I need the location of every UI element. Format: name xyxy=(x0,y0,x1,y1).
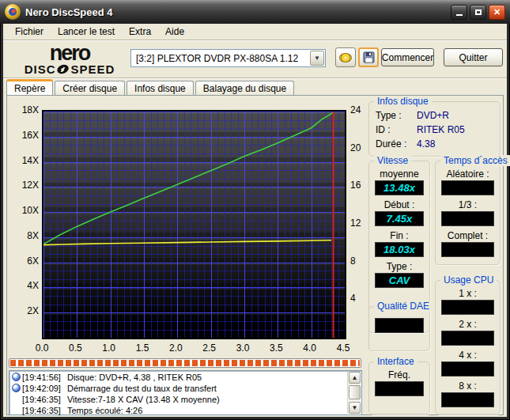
group-title-infos-disque: Infos disque xyxy=(374,96,432,107)
log-event-icon xyxy=(12,373,21,381)
log-row: [19:41:56] Disque: DVD+R, 4.38 , RITEK R… xyxy=(9,372,361,382)
cpu-4x-value xyxy=(441,361,494,376)
group-title-usage-cpu: Usage CPU xyxy=(440,274,497,286)
speed-end-label: Fin : xyxy=(369,230,429,241)
log-time: [19:42:09] xyxy=(22,384,61,393)
drive-select-value: [3:2] PLEXTOR DVDR PX-880SA 1.12 xyxy=(131,53,310,64)
tab-strip: Repère Créer disque Infos disque Balayag… xyxy=(6,79,504,95)
log-text: Démarrage du test du taux de transfert xyxy=(67,384,217,393)
tab-creer-disque[interactable]: Créer disque xyxy=(55,81,125,95)
tab-balayage-du-disque[interactable]: Balayage du disque xyxy=(195,81,294,95)
access-random-value xyxy=(441,180,494,195)
scrollbar-thumb[interactable] xyxy=(349,385,361,399)
log-event-icon xyxy=(12,384,21,392)
cpu-1x-label: 1 x : xyxy=(436,288,500,299)
cpu-4x-label: 4 x : xyxy=(436,350,500,361)
cpu-1x-value xyxy=(441,300,494,315)
access-full-label: Complet : xyxy=(436,230,500,241)
menu-lancer-le-test[interactable]: Lancer le test xyxy=(51,25,122,39)
drive-select[interactable]: [3:2] PLEXTOR DVDR PX-880SA 1.12 ▼ xyxy=(130,49,326,67)
app-icon xyxy=(5,4,21,20)
disc-type-label: Type : xyxy=(376,110,417,121)
group-title-temps-acces: Temps d´accès xyxy=(440,155,510,166)
access-third-value xyxy=(441,211,494,226)
chevron-down-icon[interactable]: ▼ xyxy=(310,51,324,66)
save-button[interactable] xyxy=(358,47,379,67)
disc-type-value: DVD+R xyxy=(417,110,449,121)
access-third-label: 1/3 : xyxy=(436,199,500,210)
title-bar[interactable]: Nero DiscSpeed 4 ✕ xyxy=(0,0,510,24)
window-title: Nero DiscSpeed 4 xyxy=(25,6,448,18)
cpu-8x-value xyxy=(441,392,494,407)
menu-bar: Fichier Lancer le test Extra Aide xyxy=(3,24,507,40)
progress-bar xyxy=(9,358,361,368)
log-row: [19:42:09] Démarrage du test du taux de … xyxy=(9,383,361,393)
speed-type-label: Type : xyxy=(369,261,429,272)
interface-freq-value xyxy=(375,381,424,396)
cpu-2x-label: 2 x : xyxy=(436,319,500,330)
log-time: [19:41:56] xyxy=(22,373,61,382)
speed-start-value: 7.45x xyxy=(375,211,424,226)
close-button[interactable]: ✕ xyxy=(489,5,505,20)
log-time: [19:46:35] xyxy=(22,406,61,415)
chart-plot xyxy=(42,110,346,339)
log-row: [19:46:35] Vitesse:7-18 X CAV (13.48 X m… xyxy=(9,394,361,404)
minimize-button[interactable] xyxy=(451,5,467,20)
nero-discspeed-logo: nero DISC SPEED xyxy=(14,44,125,76)
cd-icon xyxy=(339,53,352,62)
log-time: [19:46:35] xyxy=(22,395,61,404)
log-scrollbar[interactable]: ▲ ▼ xyxy=(347,372,361,414)
transfer-rate-chart: 18X16X14X12X10X8X6X4X2X 2420161284 0.00.… xyxy=(7,96,371,357)
window-body: Fichier Lancer le test Extra Aide nero D… xyxy=(3,24,507,417)
floppy-save-icon xyxy=(363,51,375,63)
status-log: [19:41:56] Disque: DVD+R, 4.38 , RITEK R… xyxy=(9,370,362,415)
interface-freq-label: Fréq. xyxy=(369,369,429,380)
group-qualite-dae: Qualité DAE xyxy=(368,306,430,351)
start-button[interactable]: Commencer xyxy=(381,48,434,66)
group-title-qualite-dae: Qualité DAE xyxy=(374,301,433,312)
tab-repere[interactable]: Repère xyxy=(6,79,53,95)
group-title-vitesse: Vitesse xyxy=(374,155,411,166)
quit-button[interactable]: Quitter xyxy=(444,48,503,66)
scroll-up-icon[interactable]: ▲ xyxy=(349,372,361,384)
progress-bar-fill xyxy=(10,360,360,366)
series-rotation-speed xyxy=(43,240,331,245)
group-infos-disque: Infos disque Type :DVD+R ID :RITEK R05 D… xyxy=(368,101,501,157)
speed-average-label: moyenne xyxy=(369,168,429,180)
speed-start-label: Début : xyxy=(369,199,429,210)
cpu-8x-label: 8 x : xyxy=(436,380,500,392)
log-row: [19:46:35] Temps écoulé: 4:26 xyxy=(9,405,361,415)
menu-fichier[interactable]: Fichier xyxy=(8,25,51,39)
speed-end-value: 18.03x xyxy=(375,242,424,257)
access-full-value xyxy=(441,242,494,257)
disc-duree-label: Durée : xyxy=(376,138,417,149)
eject-disc-button[interactable] xyxy=(335,47,356,67)
logo-disc-text: DISC xyxy=(25,62,56,76)
scroll-down-icon[interactable]: ▼ xyxy=(349,402,361,414)
logo-nero-text: nero xyxy=(14,44,125,62)
speed-average-value: 13.48x xyxy=(375,180,424,195)
toolbar: nero DISC SPEED [3:2] PLEXTOR DVDR PX-88… xyxy=(3,41,507,78)
maximize-button[interactable] xyxy=(470,5,486,20)
disc-id-label: ID : xyxy=(376,124,417,135)
group-title-interface: Interface xyxy=(374,356,417,367)
log-text: Vitesse:7-18 X CAV (13.48 X moyenne) xyxy=(67,395,220,404)
dae-value xyxy=(375,318,424,333)
disc-id-value: RITEK R05 xyxy=(417,124,465,135)
group-temps-acces: Temps d´accès Aléatoire : 1/3 : Complet … xyxy=(435,161,501,265)
group-interface: Interface Fréq. xyxy=(368,361,430,414)
menu-extra[interactable]: Extra xyxy=(122,25,158,39)
logo-speed-text: SPEED xyxy=(70,62,115,76)
log-text: Temps écoulé: 4:26 xyxy=(67,406,142,415)
group-usage-cpu: Usage CPU 1 x : 2 x : 4 x : 8 x : xyxy=(435,280,501,414)
tab-page-repere: 18X16X14X12X10X8X6X4X2X 2420161284 0.00.… xyxy=(6,95,504,415)
menu-aide[interactable]: Aide xyxy=(158,25,191,39)
cpu-2x-value xyxy=(441,331,494,346)
log-text: Disque: DVD+R, 4.38 , RITEK R05 xyxy=(67,373,202,382)
app-window: Nero DiscSpeed 4 ✕ Fichier Lancer le tes… xyxy=(0,0,510,420)
tab-infos-disque[interactable]: Infos disque xyxy=(127,81,194,95)
disc-duree-value: 4.38 xyxy=(417,138,435,149)
series-read-speed xyxy=(43,112,334,244)
speed-type-value: CAV xyxy=(375,273,424,288)
access-random-label: Aléatoire : xyxy=(436,168,500,180)
